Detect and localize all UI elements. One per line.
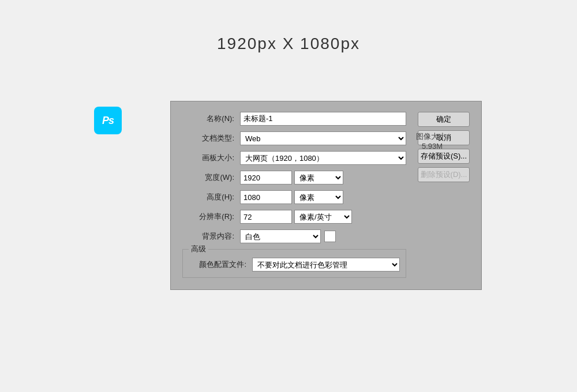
color-profile-row: 颜色配置文件: 不要对此文档进行色彩管理: [189, 258, 400, 272]
width-input[interactable]: [240, 171, 292, 184]
doctype-row: 文档类型: Web: [182, 131, 406, 145]
resolution-input[interactable]: [240, 210, 292, 224]
height-unit-select[interactable]: 像素: [294, 190, 343, 204]
width-input-group: 像素: [240, 171, 406, 184]
ok-button[interactable]: 确定: [418, 112, 470, 127]
height-label: 高度(H):: [182, 192, 234, 202]
page-title: 1920px X 1080px: [0, 0, 577, 53]
resolution-label: 分辨率(R):: [182, 212, 234, 222]
save-preset-button[interactable]: 存储预设(S)...: [418, 149, 470, 164]
doctype-label: 文档类型:: [182, 133, 234, 144]
canvas-select[interactable]: 大网页（1920，1080）: [240, 151, 406, 165]
name-input[interactable]: [240, 112, 406, 126]
color-profile-select[interactable]: 不要对此文档进行色彩管理: [252, 258, 400, 272]
image-size-label: 图像大小:: [406, 131, 458, 142]
bg-color-swatch[interactable]: [324, 231, 336, 242]
canvas-label: 画板大小:: [182, 153, 234, 163]
dialog-form: 名称(N): 文档类型: Web 画板大小: 大网页（1920，1080） 宽度…: [182, 112, 406, 278]
resolution-row: 分辨率(R): 像素/英寸: [182, 210, 406, 224]
dialog-buttons: 确定 取消 存储预设(S)... 删除预设(D)... 图像大小: 5.93M: [418, 112, 470, 182]
width-label: 宽度(W):: [182, 172, 234, 183]
bg-label: 背景内容:: [182, 231, 234, 242]
name-label: 名称(N):: [182, 114, 234, 124]
bg-row: 背景内容: 白色: [182, 229, 406, 243]
new-document-dialog: 确定 取消 存储预设(S)... 删除预设(D)... 图像大小: 5.93M …: [170, 101, 482, 290]
resolution-input-group: 像素/英寸: [240, 210, 406, 224]
ps-app-icon: Ps: [94, 107, 122, 134]
bg-control-group: 白色: [240, 229, 336, 243]
canvas-row: 画板大小: 大网页（1920，1080）: [182, 151, 406, 165]
advanced-group: 高级 颜色配置文件: 不要对此文档进行色彩管理: [182, 249, 406, 278]
height-row: 高度(H): 像素: [182, 190, 406, 204]
width-row: 宽度(W): 像素: [182, 171, 406, 184]
color-profile-label: 颜色配置文件:: [189, 259, 246, 270]
doctype-select[interactable]: Web: [240, 131, 406, 145]
delete-preset-button[interactable]: 删除预设(D)...: [418, 167, 470, 182]
image-size-info: 图像大小: 5.93M: [406, 131, 458, 150]
name-row: 名称(N):: [182, 112, 406, 126]
bg-select[interactable]: 白色: [240, 229, 321, 243]
height-input[interactable]: [240, 190, 292, 204]
height-input-group: 像素: [240, 190, 406, 204]
resolution-unit-select[interactable]: 像素/英寸: [294, 210, 352, 224]
image-size-value: 5.93M: [406, 142, 458, 150]
width-unit-select[interactable]: 像素: [294, 171, 343, 184]
advanced-legend: 高级: [189, 244, 208, 254]
